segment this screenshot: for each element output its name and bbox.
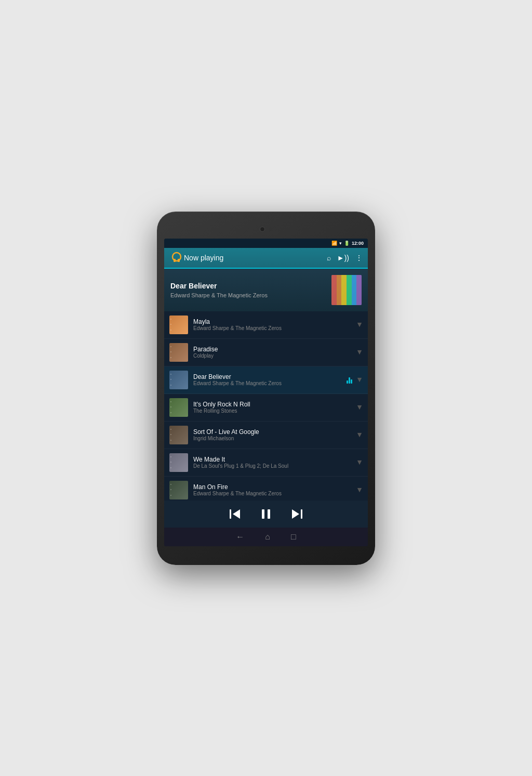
player-controls [164,501,368,528]
now-playing-header[interactable]: Dear Believer Edward Sharpe & The Magnet… [164,269,368,311]
song-title: It's Only Rock N Roll [193,401,355,408]
list-item[interactable]: Mayla Edward Sharpe & The Magnetic Zeros… [164,311,368,339]
camera [260,227,265,232]
song-thumbnail [169,453,188,472]
headphone-icon [169,251,184,265]
song-artist: Edward Sharpe & The Magnetic Zeros [193,325,355,331]
song-title: Paradise [193,346,355,353]
svg-rect-2 [178,259,180,262]
song-artist: Coldplay [193,353,355,359]
song-artist: The Rolling Stones [193,408,355,414]
app-bar: Now playing ⌕ ►)) ⋮ [164,248,368,269]
song-info: It's Only Rock N Roll The Rolling Stones [193,401,355,414]
equalizer-icon [347,376,352,384]
song-artist: Ingrid Michaelson [193,436,355,441]
song-title: We Made It [193,456,355,463]
list-item[interactable]: Dear Believer Edward Sharpe & The Magnet… [164,366,368,394]
song-thumbnail [169,426,188,444]
svg-rect-1 [174,259,176,262]
album-art [331,275,362,305]
song-menu-icon[interactable]: ◄ [355,404,363,411]
recents-icon[interactable]: □ [291,532,296,542]
song-actions: ◄ [355,458,363,467]
list-item[interactable]: Man On Fire Edward Sharpe & The Magnetic… [164,477,368,501]
wifi-icon: ▾ [339,241,342,246]
song-title: Mayla [193,318,355,325]
song-artist: Edward Sharpe & The Magnetic Zeros [193,491,355,496]
status-bar: 📶 ▾ 🔋 12:00 [164,239,368,248]
song-thumbnail [169,343,188,362]
song-actions: ◄ [347,376,363,384]
cast-icon[interactable]: ►)) [337,254,349,262]
more-icon[interactable]: ⋮ [355,254,363,262]
status-time: 12:00 [352,241,364,246]
home-icon[interactable]: ⌂ [265,532,270,542]
next-button[interactable] [291,509,302,519]
list-item[interactable]: We Made It De La Soul's Plug 1 & Plug 2;… [164,449,368,477]
speaker [269,228,272,231]
svg-rect-3 [230,509,231,519]
song-thumbnail [169,398,188,417]
svg-marker-7 [292,509,299,519]
song-info: Paradise Coldplay [193,346,355,359]
list-item[interactable]: Sort Of - Live At Google Ingrid Michaels… [164,422,368,449]
song-artist: Edward Sharpe & The Magnetic Zeros [193,380,347,386]
now-playing-info: Dear Believer Edward Sharpe & The Magnet… [170,282,331,298]
song-actions: ◄ [355,486,363,494]
app-bar-title: Now playing [184,254,327,262]
device-top [164,222,368,236]
back-icon[interactable]: ← [236,532,244,542]
search-icon[interactable]: ⌕ [327,254,331,262]
song-menu-icon[interactable]: ◄ [355,486,363,494]
song-title: Sort Of - Live At Google [193,428,355,436]
song-info: Man On Fire Edward Sharpe & The Magnetic… [193,483,355,496]
song-info: Sort Of - Live At Google Ingrid Michaels… [193,428,355,441]
pause-button[interactable] [262,509,270,519]
song-thumbnail [169,315,188,334]
svg-rect-5 [262,509,264,519]
song-title: Dear Believer [193,373,347,380]
song-menu-icon[interactable]: ◄ [355,349,363,356]
song-actions: ◄ [355,431,363,439]
bluetooth-icon: 📶 [331,241,337,246]
album-art-rainbow [331,275,362,305]
svg-rect-6 [268,509,270,519]
device: 📶 ▾ 🔋 12:00 Now playing ⌕ ►)) ⋮ Dear Bel… [157,212,375,565]
song-menu-icon[interactable]: ◄ [355,459,363,466]
song-artist: De La Soul's Plug 1 & Plug 2; De La Soul [193,463,355,469]
prev-button[interactable] [230,509,241,519]
song-thumbnail [169,371,188,389]
svg-rect-8 [301,509,302,519]
song-info: Mayla Edward Sharpe & The Magnetic Zeros [193,318,355,331]
app-bar-actions: ⌕ ►)) ⋮ [327,254,363,262]
song-actions: ◄ [355,348,363,357]
song-menu-icon[interactable]: ◄ [355,321,363,328]
screen: 📶 ▾ 🔋 12:00 Now playing ⌕ ►)) ⋮ Dear Bel… [164,239,368,546]
battery-icon: 🔋 [344,241,350,246]
svg-marker-4 [233,509,240,519]
song-menu-icon[interactable]: ◄ [355,376,363,384]
song-menu-icon[interactable]: ◄ [355,431,363,439]
song-actions: ◄ [355,321,363,329]
song-actions: ◄ [355,403,363,412]
song-thumbnail [169,481,188,499]
list-item[interactable]: It's Only Rock N Roll The Rolling Stones… [164,394,368,422]
now-playing-artist: Edward Sharpe & The Magnetic Zeros [170,292,331,298]
now-playing-title: Dear Believer [170,282,331,290]
song-info: We Made It De La Soul's Plug 1 & Plug 2;… [193,456,355,469]
song-list: Mayla Edward Sharpe & The Magnetic Zeros… [164,311,368,501]
song-title: Man On Fire [193,483,355,491]
song-info: Dear Believer Edward Sharpe & The Magnet… [193,373,347,386]
list-item[interactable]: Paradise Coldplay ◄ [164,339,368,366]
nav-bar: ← ⌂ □ [164,528,368,546]
